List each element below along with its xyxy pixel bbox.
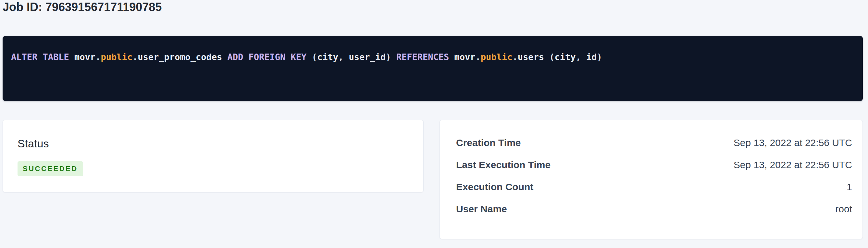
summary-cards: Status SUCCEEDED Creation TimeSep 13, 20…: [3, 120, 863, 239]
sql-token-id: id: [586, 52, 597, 62]
sql-token-punct: ): [597, 52, 602, 62]
detail-value: 1: [846, 182, 852, 192]
status-card: Status SUCCEEDED: [3, 120, 424, 192]
sql-token-id: city: [317, 52, 338, 62]
detail-label: Execution Count: [456, 182, 533, 192]
detail-value: root: [835, 204, 852, 215]
sql-token-id: city: [554, 52, 576, 62]
details-card: Creation TimeSep 13, 2022 at 22:56 UTCLa…: [439, 120, 863, 239]
sql-token-kw: ADD FOREIGN KEY: [227, 52, 312, 62]
detail-row: Creation TimeSep 13, 2022 at 22:56 UTC: [456, 132, 852, 154]
job-details-page: Job ID: 796391567171190785 ALTER TABLE m…: [0, 0, 868, 239]
sql-token-punct: .: [475, 52, 481, 62]
sql-token-punct: (: [312, 52, 317, 62]
sql-token-id: movr: [455, 52, 475, 62]
page-title-job-id: Job ID: 796391567171190785: [3, 0, 863, 14]
sql-token-punct: .: [95, 52, 101, 62]
sql-token-punct: ): [385, 52, 396, 62]
sql-token-punct: .: [512, 52, 518, 62]
sql-token-schema: public: [101, 52, 132, 62]
sql-token-kw: REFERENCES: [396, 52, 455, 62]
detail-value: Sep 13, 2022 at 22:56 UTC: [734, 159, 852, 170]
status-card-title: Status: [18, 137, 409, 150]
sql-token-punct: (: [549, 52, 554, 62]
sql-token-id: movr: [74, 52, 95, 62]
sql-token-id: users: [518, 52, 550, 62]
detail-label: Last Execution Time: [456, 159, 551, 170]
detail-row: User Nameroot: [456, 198, 852, 220]
sql-token-punct: .: [132, 52, 137, 62]
sql-token-punct: ,: [576, 52, 587, 62]
sql-token-kw: ALTER TABLE: [11, 52, 74, 62]
sql-token-schema: public: [481, 52, 513, 62]
sql-statement-box: ALTER TABLE movr.public.user_promo_codes…: [3, 36, 863, 101]
detail-row: Execution Count1: [456, 176, 852, 198]
detail-value: Sep 13, 2022 at 22:56 UTC: [734, 137, 852, 148]
status-badge: SUCCEEDED: [18, 161, 83, 176]
sql-token-id: user_id: [349, 52, 385, 62]
sql-token-id: user_promo_codes: [137, 52, 227, 62]
detail-row: Last Execution TimeSep 13, 2022 at 22:56…: [456, 154, 852, 176]
sql-statement: ALTER TABLE movr.public.user_promo_codes…: [11, 52, 855, 63]
details-rows: Creation TimeSep 13, 2022 at 22:56 UTCLa…: [456, 132, 852, 220]
sql-token-punct: ,: [338, 52, 349, 62]
detail-label: User Name: [456, 204, 507, 215]
detail-label: Creation Time: [456, 137, 521, 148]
